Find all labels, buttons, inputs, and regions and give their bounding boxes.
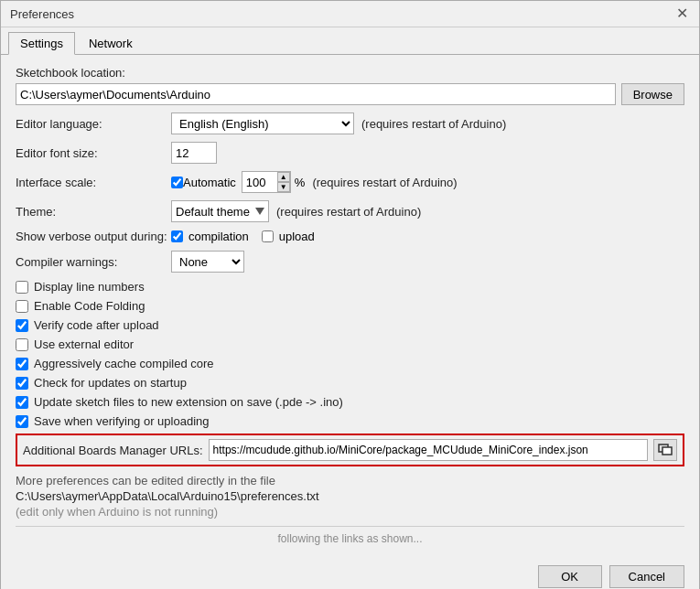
sketchbook-label: Sketchbook location:: [16, 66, 684, 80]
checkbox-check-updates: Check for updates on startup: [16, 376, 684, 390]
update-sketch-checkbox[interactable]: [16, 396, 28, 409]
checkbox-enable-code-folding: Enable Code Folding: [16, 299, 684, 313]
checkbox-save-verifying: Save when verifying or uploading: [16, 414, 684, 428]
compiler-warnings-row: Compiler warnings: None: [16, 251, 684, 273]
dialog-title: Preferences: [10, 7, 74, 21]
scrollbar-hint: following the links as shown...: [16, 526, 684, 547]
verbose-compilation-checkbox[interactable]: [171, 230, 183, 242]
verbose-upload-label[interactable]: upload: [279, 230, 315, 243]
additional-boards-section: Additional Boards Manager URLs:: [16, 434, 684, 466]
title-bar: Preferences ✕: [1, 1, 699, 27]
browse-button[interactable]: Browse: [621, 83, 684, 105]
scale-up-button[interactable]: ▲: [277, 172, 290, 182]
verify-code-checkbox[interactable]: [16, 319, 28, 332]
prefs-path: C:\Users\aymer\AppData\Local\Arduino15\p…: [16, 489, 684, 503]
svg-rect-1: [662, 447, 672, 455]
bottom-bar: OK Cancel: [1, 558, 699, 589]
theme-note: (requires restart of Arduino): [276, 205, 421, 219]
auto-scale-label[interactable]: Automatic: [183, 176, 236, 189]
scale-unit: %: [295, 176, 306, 189]
additional-boards-open-button[interactable]: [653, 439, 677, 461]
verbose-label: Show verbose output during:: [16, 230, 171, 243]
display-line-numbers-checkbox[interactable]: [16, 281, 28, 294]
save-verifying-label: Save when verifying or uploading: [34, 414, 210, 428]
close-button[interactable]: ✕: [674, 6, 690, 21]
theme-select[interactable]: Default theme: [171, 200, 269, 222]
sketchbook-input[interactable]: [16, 83, 616, 105]
ok-button[interactable]: OK: [538, 565, 602, 588]
checkbox-display-line-numbers: Display line numbers: [16, 280, 684, 294]
interface-scale-row: Interface scale: Automatic ▲ ▼ % (requir…: [16, 171, 684, 193]
additional-boards-input[interactable]: [209, 439, 648, 461]
editor-font-size-input[interactable]: [171, 142, 217, 164]
verify-code-label: Verify code after upload: [34, 318, 159, 332]
interface-scale-label: Interface scale:: [16, 176, 171, 189]
scale-input[interactable]: [242, 172, 277, 192]
settings-content: Sketchbook location: Browse Editor langu…: [1, 55, 699, 558]
cancel-button[interactable]: Cancel: [609, 565, 684, 588]
save-verifying-checkbox[interactable]: [16, 415, 28, 428]
cache-core-checkbox[interactable]: [16, 358, 28, 370]
prefs-note: More preferences can be edited directly …: [16, 474, 684, 487]
scale-spinner: ▲ ▼: [242, 171, 291, 193]
tab-network[interactable]: Network: [77, 32, 145, 55]
display-line-numbers-label: Display line numbers: [34, 280, 145, 294]
editor-language-label: Editor language:: [16, 117, 171, 131]
editor-language-row: Editor language: English (English) (requ…: [16, 112, 684, 134]
theme-label: Theme:: [16, 205, 171, 219]
verbose-row: Show verbose output during: compilation …: [16, 230, 684, 243]
check-updates-checkbox[interactable]: [16, 377, 28, 390]
preferences-dialog: Preferences ✕ Settings Network Sketchboo…: [0, 0, 700, 589]
enable-code-folding-checkbox[interactable]: [16, 300, 28, 313]
checkboxes-section: Display line numbers Enable Code Folding…: [16, 280, 684, 428]
checkbox-cache-core: Aggressively cache compiled core: [16, 357, 684, 370]
auto-scale-checkbox[interactable]: [171, 177, 183, 188]
theme-row: Theme: Default theme (requires restart o…: [16, 200, 684, 222]
scale-down-button[interactable]: ▼: [277, 182, 290, 192]
tab-settings[interactable]: Settings: [8, 32, 75, 55]
check-updates-label: Check for updates on startup: [34, 376, 187, 390]
tabs-bar: Settings Network: [1, 27, 699, 55]
checkbox-external-editor: Use external editor: [16, 337, 684, 351]
cache-core-label: Aggressively cache compiled core: [34, 357, 214, 370]
external-editor-checkbox[interactable]: [16, 338, 28, 351]
prefs-warn: (edit only when Arduino is not running): [16, 505, 684, 519]
interface-scale-note: (requires restart of Arduino): [312, 176, 457, 189]
additional-boards-label: Additional Boards Manager URLs:: [23, 444, 203, 457]
checkbox-update-sketch: Update sketch files to new extension on …: [16, 395, 684, 409]
open-list-icon: [658, 444, 673, 456]
update-sketch-label: Update sketch files to new extension on …: [34, 395, 343, 409]
enable-code-folding-label: Enable Code Folding: [34, 299, 145, 313]
compiler-warnings-select[interactable]: None: [171, 251, 244, 273]
checkbox-verify-code: Verify code after upload: [16, 318, 684, 332]
external-editor-label: Use external editor: [34, 337, 134, 351]
compiler-warnings-label: Compiler warnings:: [16, 255, 171, 269]
sketchbook-location-section: Sketchbook location: Browse: [16, 66, 684, 105]
editor-language-note: (requires restart of Arduino): [361, 117, 506, 131]
verbose-compilation-label[interactable]: compilation: [188, 230, 249, 243]
editor-font-size-label: Editor font size:: [16, 146, 171, 160]
editor-font-size-row: Editor font size:: [16, 142, 684, 164]
editor-language-select[interactable]: English (English): [171, 112, 354, 134]
verbose-upload-checkbox[interactable]: [262, 230, 274, 242]
